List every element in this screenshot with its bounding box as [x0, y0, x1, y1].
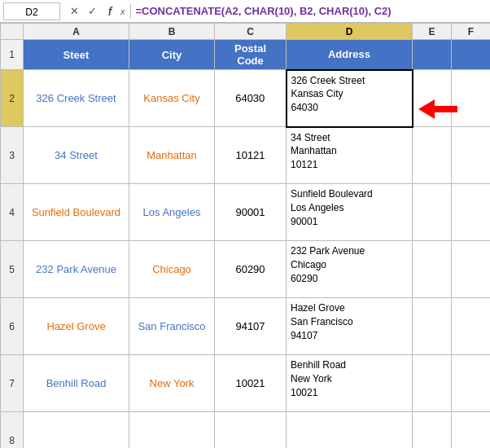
- cell-c8[interactable]: [215, 412, 287, 449]
- formula-divider: [130, 4, 131, 19]
- table-row-7: 7 Benhill Road New York 10021 Benhill Ro…: [1, 355, 491, 412]
- cell-f3[interactable]: [452, 127, 491, 184]
- cell-d1[interactable]: Address: [287, 40, 413, 70]
- spreadsheet-wrapper: A B C D E F 1 Steet City Postal Code Add…: [0, 23, 490, 448]
- cell-e2[interactable]: [413, 70, 452, 127]
- cell-c3[interactable]: 10121: [215, 127, 287, 184]
- cell-d7[interactable]: Benhill RoadNew York10021: [287, 355, 413, 412]
- cell-d4[interactable]: Sunfield BoulevardLos Angeles90001: [287, 184, 413, 241]
- cell-e3[interactable]: [413, 127, 452, 184]
- cell-a1[interactable]: Steet: [24, 40, 129, 70]
- cell-e7[interactable]: [413, 355, 452, 412]
- cell-b1[interactable]: City: [129, 40, 215, 70]
- red-arrow-icon: [418, 98, 457, 121]
- cell-e1[interactable]: [413, 40, 452, 70]
- cell-f5[interactable]: [452, 241, 491, 298]
- cell-b7[interactable]: New York: [129, 355, 215, 412]
- cell-e4[interactable]: [413, 184, 452, 241]
- cell-f1[interactable]: [452, 40, 491, 70]
- cell-f8[interactable]: [452, 412, 491, 449]
- cell-c5[interactable]: 60290: [215, 241, 287, 298]
- col-header-rownum: [1, 24, 24, 40]
- cell-a4[interactable]: Sunfield Boulevard: [24, 184, 129, 241]
- cancel-icon[interactable]: ✕: [67, 5, 81, 17]
- insert-function-icon[interactable]: f: [103, 5, 117, 18]
- cell-c1[interactable]: Postal Code: [215, 40, 287, 70]
- table-row-4: 4 Sunfield Boulevard Los Angeles 90001 S…: [1, 184, 491, 241]
- cell-a6[interactable]: Hazel Grove: [24, 298, 129, 355]
- cell-d3[interactable]: 34 StreetManhattan10121: [287, 127, 413, 184]
- formula-input[interactable]: [133, 2, 488, 20]
- cell-a5[interactable]: 232 Park Avenue: [24, 241, 129, 298]
- cell-f2[interactable]: [452, 70, 491, 127]
- cell-b4[interactable]: Los Angeles: [129, 184, 215, 241]
- confirm-icon[interactable]: ✓: [85, 5, 99, 17]
- row-num-8: 8: [1, 412, 24, 449]
- col-header-d[interactable]: D: [287, 24, 413, 40]
- cell-d6[interactable]: Hazel GroveSan Francisco94107: [287, 298, 413, 355]
- cell-f7[interactable]: [452, 355, 491, 412]
- cell-c6[interactable]: 94107: [215, 298, 287, 355]
- cell-b2[interactable]: Kansas City: [129, 70, 215, 127]
- cell-a7[interactable]: Benhill Road: [24, 355, 129, 412]
- cell-b8[interactable]: [129, 412, 215, 449]
- col-header-f[interactable]: F: [452, 24, 491, 40]
- cell-e5[interactable]: [413, 241, 452, 298]
- col-header-e[interactable]: E: [413, 24, 452, 40]
- spreadsheet-table: A B C D E F 1 Steet City Postal Code Add…: [0, 23, 490, 448]
- table-row-8: 8: [1, 412, 491, 449]
- cell-a8[interactable]: [24, 412, 129, 449]
- cell-d5[interactable]: 232 Park AvenueChicago60290: [287, 241, 413, 298]
- table-row-5: 5 232 Park Avenue Chicago 60290 232 Park…: [1, 241, 491, 298]
- col-header-c[interactable]: C: [215, 24, 287, 40]
- cell-c2[interactable]: 64030: [215, 70, 287, 127]
- formula-icons: ✕ ✓ f x: [63, 5, 129, 18]
- cell-a3[interactable]: 34 Street: [24, 127, 129, 184]
- cell-c7[interactable]: 10021: [215, 355, 287, 412]
- row-num-4: 4: [1, 184, 24, 241]
- cell-f4[interactable]: [452, 184, 491, 241]
- row-num-1: 1: [1, 40, 24, 70]
- table-row-3: 3 34 Street Manhattan 10121 34 StreetMan…: [1, 127, 491, 184]
- row-num-7: 7: [1, 355, 24, 412]
- cell-d8[interactable]: [287, 412, 413, 449]
- row-num-3: 3: [1, 127, 24, 184]
- cell-c4[interactable]: 90001: [215, 184, 287, 241]
- row-num-5: 5: [1, 241, 24, 298]
- row-num-6: 6: [1, 298, 24, 355]
- cell-reference-box[interactable]: D2: [3, 2, 60, 20]
- table-row-6: 6 Hazel Grove San Francisco 94107 Hazel …: [1, 298, 491, 355]
- cell-d2[interactable]: 326 Creek StreetKansas City64030: [287, 70, 413, 127]
- cell-b3[interactable]: Manhattan: [129, 127, 215, 184]
- col-header-a[interactable]: A: [24, 24, 129, 40]
- formula-bar: D2 ✕ ✓ f x: [0, 0, 490, 23]
- table-row-1: 1 Steet City Postal Code Address: [1, 40, 491, 70]
- col-header-b[interactable]: B: [129, 24, 215, 40]
- cell-e6[interactable]: [413, 298, 452, 355]
- cell-b5[interactable]: Chicago: [129, 241, 215, 298]
- column-header-row: A B C D E F: [1, 24, 491, 40]
- cell-b6[interactable]: San Francisco: [129, 298, 215, 355]
- svg-marker-0: [418, 99, 457, 119]
- cell-a2[interactable]: 326 Creek Street: [24, 70, 129, 127]
- row-num-2: 2: [1, 70, 24, 127]
- cell-e8[interactable]: [413, 412, 452, 449]
- table-row-2: 2 326 Creek Street Kansas City 64030 326…: [1, 70, 491, 127]
- cell-f6[interactable]: [452, 298, 491, 355]
